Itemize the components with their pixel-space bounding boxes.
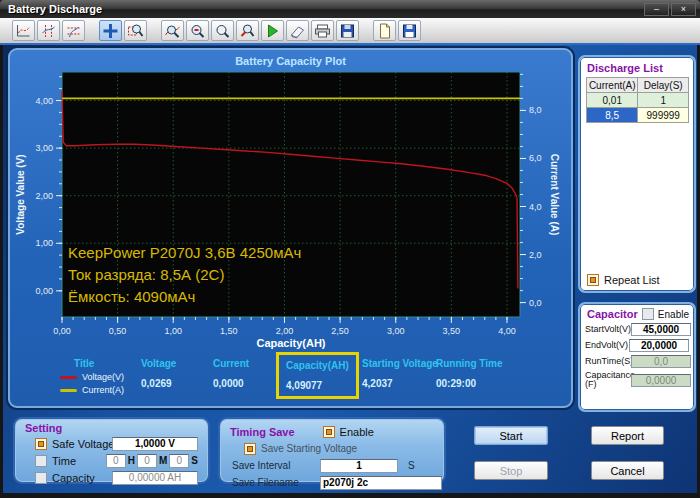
svg-text:0,00: 0,00 <box>35 286 53 296</box>
print-button[interactable] <box>311 20 334 41</box>
pan-crosshair-icon <box>102 23 119 39</box>
svg-text:4,0: 4,0 <box>529 202 542 212</box>
toolbar-group-cursors <box>12 20 85 41</box>
floppy-data-icon <box>401 23 418 39</box>
capacitor-header: Capacitor Enable <box>585 308 689 320</box>
seconds-field[interactable] <box>169 454 189 468</box>
zoom-window-button[interactable] <box>124 20 147 41</box>
select-curve-icon <box>15 23 32 39</box>
selected-cell[interactable]: 8,5 <box>587 108 638 123</box>
capacitance-field <box>631 374 691 387</box>
repeat-list-row: Repeat List <box>585 272 689 287</box>
report-button[interactable]: Report <box>591 426 664 445</box>
battery-capacity-plot[interactable]: 0,000,501,001,502,002,503,003,504,000,00… <box>10 50 571 350</box>
title-bar[interactable]: Battery Discharge – × <box>0 0 700 18</box>
timing-save-panel: Timing Save Enable Save Starting Voltage… <box>218 417 446 484</box>
vertical-cursor-icon <box>40 23 57 39</box>
col-current-header[interactable]: Current(A) <box>587 78 638 93</box>
svg-text:1,00: 1,00 <box>35 238 53 248</box>
svg-text:8,0: 8,0 <box>529 105 542 115</box>
save-button[interactable] <box>336 20 359 41</box>
repeat-list-checkbox[interactable] <box>587 274 599 286</box>
capacity-checkbox[interactable] <box>35 472 47 484</box>
endvolt-field[interactable] <box>629 339 689 352</box>
startvolt-field[interactable] <box>631 323 691 336</box>
capacitor-title: Capacitor <box>587 308 638 320</box>
capacity-field[interactable] <box>112 471 198 485</box>
toolbar-group-pan-zoom <box>99 20 147 41</box>
chart-panel: 0,000,501,001,502,002,503,003,504,000,00… <box>8 48 573 408</box>
discharge-list-panel: Discharge List Current(A) Delay(S) 0,01 … <box>578 55 696 293</box>
save-filename-label: Save Filename <box>232 477 299 488</box>
timing-save-enable-label: Enable <box>340 426 374 438</box>
time-row: Time H M S <box>35 453 200 468</box>
safe-voltage-field[interactable] <box>112 437 198 451</box>
col-delay-header[interactable]: Delay(S) <box>638 78 689 93</box>
svg-text:Capacity(AH): Capacity(AH) <box>256 337 325 349</box>
stats-row: Title Voltage(V) Current(A) Voltage 0,02… <box>10 350 571 406</box>
time-label: Time <box>52 455 76 467</box>
new-file-button[interactable] <box>373 20 396 41</box>
discharge-list-table[interactable]: Current(A) Delay(S) 0,01 1 8,5 999999 <box>586 77 689 123</box>
select-curve-button[interactable] <box>12 20 35 41</box>
pan-crosshair-button[interactable] <box>99 20 122 41</box>
window-controls: – × <box>644 3 696 16</box>
toolbar-group-file <box>373 20 421 41</box>
svg-text:1,00: 1,00 <box>164 326 182 336</box>
voltage-swatch-icon <box>60 376 77 379</box>
timing-save-enable-checkbox[interactable] <box>323 426 335 438</box>
zoom-back-button[interactable] <box>236 20 259 41</box>
toolbar <box>0 18 700 45</box>
start-run-button[interactable] <box>261 20 284 41</box>
minimize-button[interactable]: – <box>644 3 669 16</box>
capacity-label: Capacity <box>52 472 95 484</box>
safe-voltage-checkbox[interactable] <box>35 438 47 450</box>
svg-text:3,00: 3,00 <box>35 143 53 153</box>
svg-text:4,00: 4,00 <box>498 326 516 336</box>
zoom-out-icon <box>189 23 206 39</box>
save-starting-voltage-checkbox[interactable] <box>244 443 256 455</box>
capacitor-field-row: StartVolt(V) <box>585 323 689 336</box>
svg-text:2,50: 2,50 <box>331 326 349 336</box>
close-button[interactable]: × <box>671 3 696 16</box>
horizontal-cursor-button[interactable] <box>62 20 85 41</box>
table-header-row: Current(A) Delay(S) <box>587 78 689 93</box>
legend-voltage-label: Voltage(V) <box>82 372 124 382</box>
zoom-out-button[interactable] <box>186 20 209 41</box>
vertical-cursor-button[interactable] <box>37 20 60 41</box>
play-icon <box>264 23 281 39</box>
printer-icon <box>314 23 331 39</box>
capacitor-enable: Enable <box>642 308 689 320</box>
zoom-all-button[interactable] <box>211 20 234 41</box>
horizontal-cursor-icon <box>65 23 82 39</box>
time-checkbox[interactable] <box>35 455 47 467</box>
start-button[interactable]: Start <box>474 426 548 445</box>
save-interval-field[interactable] <box>320 459 398 473</box>
zoom-in-curve-icon <box>164 23 181 39</box>
svg-text:1,50: 1,50 <box>220 326 238 336</box>
save-interval-row: Save Interval S <box>232 458 436 473</box>
erase-button[interactable] <box>286 20 309 41</box>
timing-save-header: Timing Save Enable <box>228 424 436 439</box>
svg-text:Ёмкость: 4090мАч: Ёмкость: 4090мАч <box>68 288 195 305</box>
svg-text:0,0: 0,0 <box>529 298 542 308</box>
svg-text:0,00: 0,00 <box>53 326 71 336</box>
zoom-in-curve-button[interactable] <box>161 20 184 41</box>
main-content: 0,000,501,001,502,002,503,003,504,000,00… <box>3 45 697 493</box>
save-interval-label: Save Interval <box>232 460 290 471</box>
stat-voltage: Voltage 0,0269 <box>141 358 207 389</box>
save-filename-field[interactable] <box>320 476 442 490</box>
hours-field[interactable] <box>106 454 126 468</box>
svg-text:2,00: 2,00 <box>35 191 53 201</box>
table-row[interactable]: 0,01 1 <box>587 93 689 108</box>
svg-text:2,00: 2,00 <box>276 326 294 336</box>
cancel-button[interactable]: Cancel <box>591 461 664 480</box>
capacitor-enable-checkbox[interactable] <box>642 308 654 320</box>
table-row[interactable]: 8,5 999999 <box>587 108 689 123</box>
save-data-button[interactable] <box>398 20 421 41</box>
minutes-field[interactable] <box>137 454 157 468</box>
stop-button[interactable]: Stop <box>474 461 548 480</box>
discharge-list-title: Discharge List <box>587 62 689 74</box>
repeat-list-label: Repeat List <box>604 274 660 286</box>
setting-title: Setting <box>25 422 200 434</box>
